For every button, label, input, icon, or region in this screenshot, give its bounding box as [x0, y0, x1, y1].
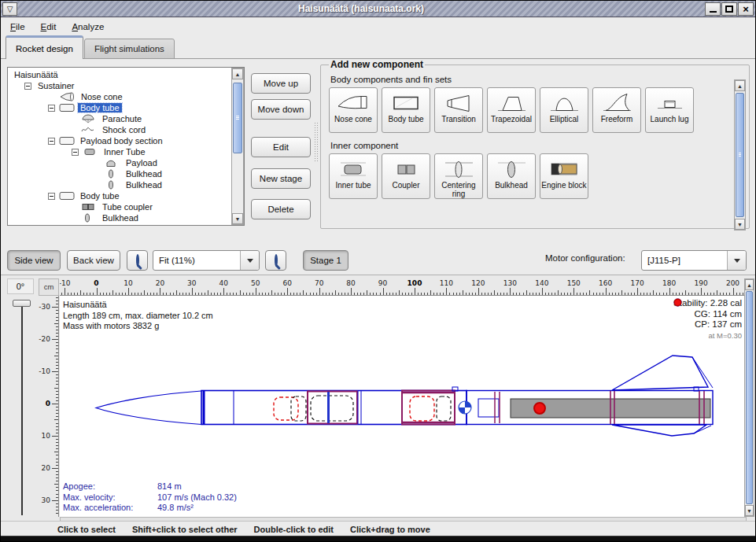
collapse-icon[interactable] — [48, 105, 55, 112]
move-down-button[interactable]: Move down — [251, 99, 311, 120]
dropdown-arrow-box[interactable] — [240, 251, 259, 270]
tree-item-sustainer[interactable]: Sustainer — [9, 80, 230, 91]
scroll-up-button[interactable]: ▲ — [745, 279, 754, 290]
back-view-button[interactable]: Back view — [67, 250, 120, 271]
ruler-tick — [430, 290, 431, 295]
inner-tube-icon — [336, 157, 371, 182]
edit-button[interactable]: Edit — [251, 137, 311, 157]
add-coupler-button[interactable]: Coupler — [382, 153, 430, 199]
collapse-icon[interactable] — [72, 149, 79, 156]
ruler-tick — [77, 293, 78, 295]
ruler-tick — [80, 290, 81, 295]
ruler-tick — [56, 342, 58, 343]
add-trapezoidal-fin-button[interactable]: Trapezoidal — [487, 87, 536, 133]
stage-1-toggle[interactable]: Stage 1 — [303, 250, 348, 271]
tree-item-nose-cone[interactable]: Nose cone — [9, 91, 230, 102]
scroll-down-icon: ▼ — [747, 508, 752, 514]
rocket-dimensions: Length 189 cm, max. diameter 10.2 cm — [63, 311, 213, 322]
add-body-tube-button[interactable]: Body tube — [382, 87, 430, 133]
tree-item-bulkhead[interactable]: Bulkhead — [9, 168, 230, 179]
ruler-tick — [54, 323, 58, 324]
tab-flight-simulations[interactable]: Flight simulations — [84, 39, 175, 59]
ruler-tick — [131, 293, 132, 295]
ruler-tick — [306, 293, 307, 295]
shock-cord-icon — [81, 125, 100, 135]
add-elliptical-fin-button[interactable]: Elliptical — [540, 87, 588, 133]
add-centering-ring-button[interactable]: Centering ring — [434, 153, 483, 199]
tree-item-shock-cord[interactable]: Shock cord — [9, 124, 230, 135]
ruler-tick — [516, 293, 517, 295]
scroll-down-button[interactable]: ▼ — [745, 505, 754, 516]
tree-item-inner-tube[interactable]: Inner Tube — [9, 146, 230, 157]
add-freeform-fin-button[interactable]: Freeform — [592, 87, 641, 133]
add-launch-lug-button[interactable]: Launch lug — [645, 87, 694, 133]
scroll-up-button[interactable]: ▲ — [735, 80, 745, 91]
apogee-value: 814 m — [157, 481, 182, 492]
menu-edit[interactable]: Edit — [35, 20, 63, 33]
tree-scrollbar[interactable]: ▲ ▼ — [231, 68, 244, 225]
component-panel-scrollbar[interactable]: ▲ ▼ — [734, 79, 746, 230]
scroll-up-button[interactable]: ▲ — [232, 68, 243, 79]
ruler-tick — [609, 293, 610, 295]
tree-item-payload[interactable]: Payload — [9, 157, 230, 168]
zoom-in-button[interactable] — [265, 250, 286, 271]
add-engine-block-button[interactable]: Engine block — [540, 153, 588, 199]
motor-configuration-select[interactable]: [J115-P] — [641, 250, 747, 271]
add-bulkhead-button[interactable]: Bulkhead — [487, 153, 536, 199]
ruler-tick — [56, 410, 58, 411]
panel-splitter-handle[interactable] — [314, 122, 318, 163]
tree-item-payload-body-section[interactable]: Payload body section — [9, 135, 230, 146]
tree-item-tube-coupler[interactable]: Tube coupler — [9, 201, 230, 212]
ruler-tick — [679, 293, 680, 295]
scrollbar-thumb[interactable] — [746, 291, 753, 504]
rotation-slider-track[interactable] — [21, 307, 23, 515]
ruler-tick — [243, 293, 244, 295]
menu-file[interactable]: File — [4, 20, 31, 33]
new-stage-button[interactable]: New stage — [251, 168, 311, 189]
zoom-level-select[interactable]: Fit (11%) — [153, 250, 260, 271]
body-components-label: Body components and fin sets — [330, 75, 743, 84]
side-view-button[interactable]: Side view — [7, 250, 61, 271]
ruler-tick — [116, 293, 116, 295]
ruler-tick — [717, 290, 717, 295]
add-inner-tube-button[interactable]: Inner tube — [329, 153, 378, 199]
ruler-tick — [56, 400, 58, 401]
tree-item-parachute[interactable]: Parachute — [9, 113, 230, 124]
payload-section — [308, 392, 357, 424]
maximize-button[interactable] — [721, 2, 737, 16]
window-menu-button[interactable]: ▽ — [2, 2, 17, 16]
tree-item-body-tube-aft[interactable]: Body tube — [9, 190, 230, 201]
tab-rocket-design[interactable]: Rocket design — [6, 35, 83, 59]
dropdown-arrow-box[interactable] — [727, 251, 746, 270]
scroll-down-button[interactable]: ▼ — [735, 219, 745, 230]
move-up-button[interactable]: Move up — [251, 73, 311, 94]
tree-item-body-tube-selected[interactable]: Body tube — [9, 102, 230, 113]
ruler-tick — [256, 288, 256, 295]
collapse-icon[interactable] — [48, 193, 55, 200]
ruler-tick — [227, 293, 227, 295]
tree-item-rocket[interactable]: Haisunäätä — [9, 69, 230, 80]
ruler-tick — [223, 288, 224, 295]
tree-item-bulkhead-aft[interactable]: Bulkhead — [9, 212, 230, 223]
collapse-icon[interactable] — [24, 83, 31, 90]
scrollbar-thumb[interactable] — [233, 83, 242, 153]
rocket-canvas[interactable]: Haisunäätä Length 189 cm, max. diameter … — [60, 296, 747, 517]
ruler-tick — [56, 465, 58, 466]
close-button[interactable]: × — [738, 2, 754, 16]
scrollbar-thumb[interactable] — [736, 93, 744, 217]
scroll-down-button[interactable]: ▼ — [232, 213, 243, 224]
minimize-button[interactable] — [705, 2, 721, 16]
add-transition-button[interactable]: Transition — [434, 87, 483, 133]
rotation-slider-handle[interactable] — [13, 300, 31, 307]
ruler-tick — [707, 293, 708, 295]
tree-item-bulkhead[interactable]: Bulkhead — [9, 179, 230, 190]
delete-button[interactable]: Delete — [251, 199, 311, 219]
add-nose-cone-button[interactable]: Nose cone — [329, 87, 378, 133]
canvas-vertical-scrollbar[interactable]: ▲ ▼ — [744, 278, 754, 517]
menu-analyze[interactable]: Analyze — [65, 20, 110, 33]
add-component-group: Add new component Body components and fi… — [320, 59, 750, 229]
ruler-label: 150 — [567, 279, 581, 287]
stability-info: Stability: 2.28 cal CG: 114 cm CP: 137 c… — [673, 298, 742, 341]
zoom-out-button[interactable] — [127, 250, 148, 271]
collapse-icon[interactable] — [48, 138, 55, 145]
